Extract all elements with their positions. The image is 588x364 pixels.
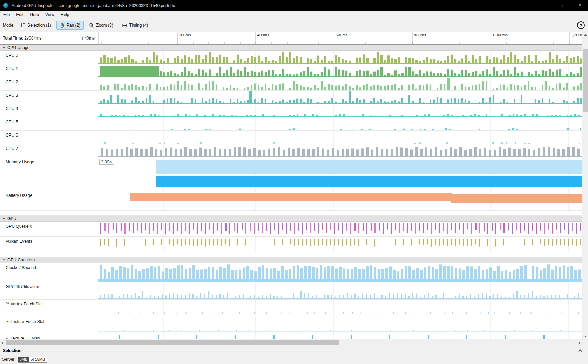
spacer-lane (98, 211, 582, 215)
memory-used-value: 5MB (18, 357, 29, 362)
minimize-button[interactable]: – (540, 0, 556, 11)
track-label: % Texture L1 Miss (0, 334, 98, 339)
track-lane-battery[interactable] (98, 191, 582, 210)
ruler-timeline[interactable]: 200ms400ms600ms800ms1,000ms1,200ms (98, 32, 582, 44)
maximize-button[interactable]: □ (556, 0, 572, 11)
track-lane-cpu2[interactable] (98, 77, 582, 90)
track-lane-cpu6[interactable] (98, 131, 582, 144)
pan-mode-label: Pan (2) (67, 23, 80, 28)
menu-goto[interactable]: Goto (27, 11, 42, 19)
scroll-left-arrow-icon[interactable] (1, 342, 3, 344)
timing-mode-label: Timing (4) (129, 23, 148, 28)
menu-file[interactable]: File (0, 11, 13, 19)
menu-view[interactable]: View (42, 11, 58, 19)
scale-indicator: 40ms (67, 36, 95, 41)
scroll-up-arrow-icon[interactable] (584, 34, 587, 36)
zoom-magnifier-icon (89, 23, 94, 28)
ruler-tick-label: 600ms (336, 33, 348, 37)
scroll-down-arrow-icon[interactable] (584, 336, 587, 337)
track-lane-l1miss[interactable] (98, 334, 582, 339)
track-label: CPU 6 (0, 131, 98, 144)
track-chart-clocks (98, 263, 582, 282)
track-lane-clocks[interactable] (98, 263, 582, 282)
track-row: CPU 0 (0, 51, 582, 64)
horizontal-scrollbar[interactable] (0, 339, 582, 346)
track-lane-cpu4[interactable] (98, 104, 582, 117)
track-label: CPU 2 (0, 77, 98, 90)
track-lane-memory[interactable]: 5.3Gb (98, 157, 582, 191)
track-lane-cpu5[interactable] (98, 117, 582, 130)
timing-icon (122, 23, 127, 27)
total-time-label: Total Time: 2s084ms (3, 36, 41, 41)
window-controls: – □ ✕ (540, 0, 588, 11)
track-lane-cpu0[interactable] (98, 51, 582, 64)
track-row: Clocks / Second (0, 263, 582, 282)
track-value-label: 5.3Gb (99, 159, 114, 165)
track-lane-queue[interactable] (98, 222, 582, 236)
track-row: % Texture Fetch Stall (0, 317, 582, 334)
track-chart-cpu7 (98, 144, 582, 157)
scroll-right-arrow-icon[interactable] (579, 342, 581, 344)
timing-mode-button[interactable]: Timing (4) (119, 21, 152, 29)
track-lane-util[interactable] (98, 282, 582, 299)
spacer-row (0, 252, 582, 257)
track-lane-cpu7[interactable] (98, 144, 582, 157)
track-chart-queue (98, 222, 582, 236)
help-button[interactable]: ? (577, 21, 585, 29)
track-lane-texfetch[interactable] (98, 317, 582, 334)
track-label: CPU 0 (0, 51, 98, 64)
track-label: CPU 4 (0, 104, 98, 117)
horizontal-scrollbar-thumb[interactable] (6, 340, 339, 345)
group-label: GPU (7, 216, 16, 221)
collapse-arrow-icon[interactable]: ▼ (2, 217, 5, 220)
track-lane-vertex[interactable] (98, 300, 582, 317)
selection-icon (21, 23, 25, 27)
track-row: GPU % Utilization (0, 282, 582, 300)
close-button[interactable]: ✕ (572, 0, 588, 11)
collapse-arrow-icon[interactable]: ▼ (2, 46, 5, 49)
track-chart-vertex (98, 300, 582, 317)
track-lane-vulkan[interactable] (98, 237, 582, 252)
tracks-viewport: ▼CPU UsageCPU 0CPU 1CPU 2CPU 3CPU 4CPU 5… (0, 45, 582, 339)
menu-edit[interactable]: Edit (13, 11, 27, 19)
ruler-tick-label: 200ms (179, 33, 191, 37)
track-chart-util (98, 282, 582, 299)
group-header-row[interactable]: ▼GPU Counters (0, 257, 582, 263)
vertical-scrollbar-thumb[interactable] (583, 49, 588, 112)
server-label: Server: (2, 357, 16, 362)
track-chart-cpu5 (98, 117, 582, 130)
group-header-row[interactable]: ▼GPU (0, 216, 582, 222)
toolbar: Mode: Selection (1) Pan (2) Zoom (3) (0, 19, 588, 32)
collapse-arrow-icon[interactable]: ▼ (2, 259, 5, 262)
spacer-label (0, 211, 98, 215)
ruler-tick-label: 800ms (414, 33, 426, 37)
track-chart-cpu6 (98, 131, 582, 144)
track-chart-cpu0 (98, 51, 582, 64)
track-label: CPU 7 (0, 144, 98, 157)
track-label: GPU % Utilization (0, 282, 98, 299)
track-label: % Vertex Fetch Stall (0, 300, 98, 317)
mode-label: Mode: (3, 23, 14, 28)
track-row: CPU 4 (0, 104, 582, 117)
selection-mode-button[interactable]: Selection (1) (18, 21, 54, 29)
menu-help[interactable]: Help (58, 11, 73, 19)
track-label: CPU 3 (0, 91, 98, 104)
app-logo-icon (3, 3, 8, 8)
pan-hand-icon (60, 23, 65, 28)
track-chart-battery (98, 191, 582, 210)
vertical-scrollbar[interactable] (582, 32, 588, 339)
selection-panel-header[interactable]: Selection (0, 346, 588, 355)
group-header-row[interactable]: ▼CPU Usage (0, 45, 582, 51)
track-chart-texfetch (98, 317, 582, 334)
status-separator (50, 357, 50, 362)
zoom-mode-button[interactable]: Zoom (3) (86, 21, 117, 29)
track-label: Memory Usage (0, 157, 98, 191)
track-row: CPU 3 (0, 91, 582, 104)
title-bar[interactable]: Android GPU Inspector - com.google.andro… (0, 0, 588, 11)
track-lane-cpu1[interactable] (98, 64, 582, 77)
chevron-up-icon[interactable] (578, 349, 582, 353)
track-lane-cpu3[interactable] (98, 91, 582, 104)
pan-mode-button[interactable]: Pan (2) (56, 21, 84, 30)
track-label: Battery Usage (0, 191, 98, 210)
track-row: Memory Usage5.3Gb (0, 157, 582, 191)
